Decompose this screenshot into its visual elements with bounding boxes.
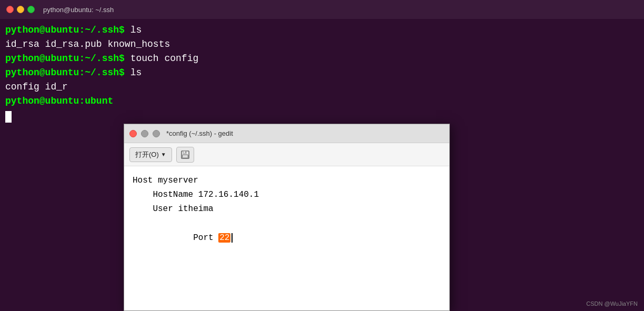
terminal-window: python@ubuntu: ~/.ssh python@ubuntu:~/.s…	[0, 0, 644, 311]
gedit-open-label: 打开(O)	[135, 150, 159, 159]
prompt-3: python@ubuntu:~/.ssh$	[5, 67, 125, 78]
gedit-line-4: Port 22	[133, 217, 441, 260]
terminal-line-3: python@ubuntu:~/.ssh$ ls	[5, 66, 639, 80]
svg-rect-2	[182, 155, 188, 158]
gedit-close-button[interactable]	[129, 130, 137, 137]
gedit-window: *config (~/.ssh) - gedit 打开(O) ▼ Host my…	[124, 124, 450, 311]
save-icon	[181, 150, 189, 159]
gedit-content-area[interactable]: Host myserver HostName 172.16.140.1 User…	[124, 166, 449, 310]
watermark: CSDN @WuJiaYFN	[586, 300, 638, 307]
terminal-cursor	[5, 111, 12, 123]
terminal-cursor-line	[5, 108, 639, 123]
terminal-line-1: python@ubuntu:~/.ssh$ ls	[5, 23, 639, 37]
prompt-2: python@ubuntu:~/.ssh$	[5, 53, 125, 64]
terminal-close-button[interactable]	[6, 6, 14, 13]
svg-rect-3	[184, 151, 185, 153]
output-text-1: id_rsa id_rsa.pub known_hosts	[5, 39, 170, 49]
prompt-4: python@ubuntu:ubunt	[5, 96, 113, 106]
terminal-maximize-button[interactable]	[27, 6, 35, 13]
gedit-port-value: 22	[218, 233, 230, 243]
terminal-title: python@ubuntu: ~/.ssh	[43, 6, 114, 14]
gedit-line-3: User itheima	[133, 202, 441, 216]
gedit-titlebar: *config (~/.ssh) - gedit	[124, 124, 449, 143]
command-1: ls	[125, 25, 142, 35]
gedit-line-2: HostName 172.16.140.1	[133, 188, 441, 202]
prompt-1: python@ubuntu:~/.ssh$	[5, 25, 125, 35]
terminal-minimize-button[interactable]	[17, 6, 24, 13]
terminal-titlebar-buttons	[6, 6, 35, 13]
gedit-line-4-pre: Port	[173, 233, 218, 243]
terminal-line-4: python@ubuntu:ubunt	[5, 94, 639, 108]
gedit-save-button[interactable]	[176, 147, 194, 163]
terminal-line-2: python@ubuntu:~/.ssh$ touch config	[5, 52, 639, 66]
gedit-minimize-button[interactable]	[141, 130, 148, 137]
terminal-output-2: config id_r	[5, 80, 639, 94]
chevron-down-icon: ▼	[161, 152, 166, 157]
gedit-open-button[interactable]: 打开(O) ▼	[129, 147, 172, 162]
gedit-title: *config (~/.ssh) - gedit	[166, 129, 233, 137]
command-3: ls	[125, 67, 142, 78]
gedit-text-cursor	[232, 233, 233, 243]
gedit-line-1: Host myserver	[133, 174, 441, 188]
terminal-titlebar: python@ubuntu: ~/.ssh	[0, 0, 644, 19]
gedit-maximize-button[interactable]	[153, 130, 160, 137]
output-text-2: config id_r	[5, 82, 68, 92]
gedit-toolbar: 打开(O) ▼	[124, 143, 449, 166]
terminal-output-1: id_rsa id_rsa.pub known_hosts	[5, 37, 639, 52]
command-2: touch config	[125, 53, 198, 64]
